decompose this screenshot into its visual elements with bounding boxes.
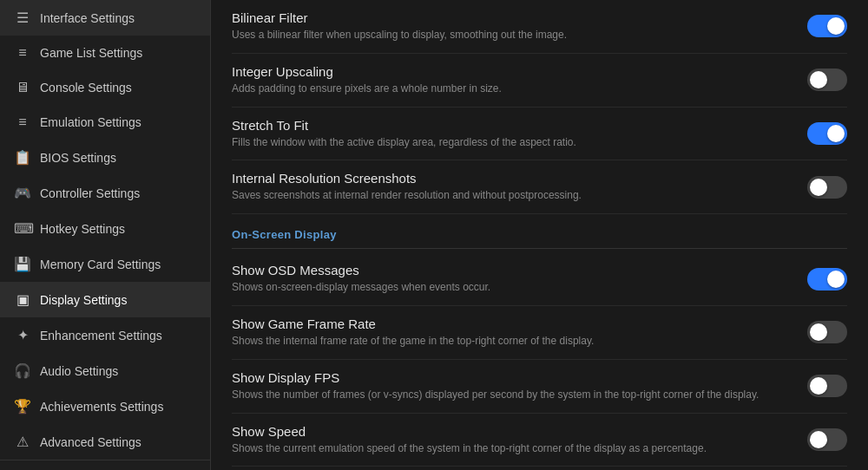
interface-settings-icon: ☰ xyxy=(14,10,31,26)
console-settings-icon: 🖥 xyxy=(14,80,31,95)
sidebar-label-memory-card-settings: Memory Card Settings xyxy=(40,258,161,271)
setting-title-show-game-frame-rate: Show Game Frame Rate xyxy=(232,317,790,331)
setting-row-internal-resolution-screenshots: Internal Resolution Screenshots Saves sc… xyxy=(232,160,847,214)
achievements-settings-icon: 🏆 xyxy=(14,398,31,415)
hotkey-settings-icon: ⌨ xyxy=(14,220,31,237)
setting-text-stretch-to-fit: Stretch To Fit Fills the window with the… xyxy=(232,118,790,150)
setting-title-stretch-to-fit: Stretch To Fit xyxy=(232,118,790,133)
sidebar-label-achievements-settings: Achievements Settings xyxy=(40,400,163,414)
sidebar-item-bios-settings[interactable]: 📋 BIOS Settings xyxy=(0,140,210,175)
sidebar: ☰ Interface Settings ≡ Game List Setting… xyxy=(0,0,211,470)
sidebar-label-enhancement-settings: Enhancement Settings xyxy=(40,329,162,343)
emulation-settings-icon: ≡ xyxy=(14,114,31,130)
setting-text-show-display-fps: Show Display FPS Shows the number of fra… xyxy=(232,370,790,402)
enhancement-settings-icon: ✦ xyxy=(14,327,31,343)
setting-title-internal-resolution-screenshots: Internal Resolution Screenshots xyxy=(232,171,790,186)
toggle-stretch-to-fit[interactable] xyxy=(807,122,847,145)
setting-desc-show-game-frame-rate: Shows the internal frame rate of the gam… xyxy=(232,334,790,349)
controller-settings-icon: 🎮 xyxy=(14,185,31,201)
toggle-show-speed[interactable] xyxy=(807,428,847,451)
display-settings-icon: ▣ xyxy=(14,291,31,308)
setting-row-integer-upscaling: Integer Upscaling Adds padding to ensure… xyxy=(232,54,847,108)
sidebar-item-achievements-settings[interactable]: 🏆 Achievements Settings xyxy=(0,388,210,424)
sidebar-item-emulation-settings[interactable]: ≡ Emulation Settings xyxy=(0,105,210,140)
setting-text-show-speed: Show Speed Shows the current emulation s… xyxy=(232,424,790,456)
setting-row-show-osd-messages: Show OSD Messages Shows on-screen-displa… xyxy=(232,252,847,306)
sidebar-label-interface-settings: Interface Settings xyxy=(40,11,135,25)
setting-desc-internal-resolution-screenshots: Saves screenshots at internal render res… xyxy=(232,188,790,203)
toggle-show-osd-messages[interactable] xyxy=(807,268,847,290)
setting-row-show-resolution: Show Resolution Shows the current render… xyxy=(232,467,847,470)
sidebar-item-memory-card-settings[interactable]: 💾 Memory Card Settings xyxy=(0,246,210,282)
setting-text-internal-resolution-screenshots: Internal Resolution Screenshots Saves sc… xyxy=(232,171,790,203)
setting-title-show-osd-messages: Show OSD Messages xyxy=(232,263,790,277)
sidebar-label-game-list-settings: Game List Settings xyxy=(40,46,142,60)
setting-text-show-osd-messages: Show OSD Messages Shows on-screen-displa… xyxy=(232,263,790,295)
sidebar-label-display-settings: Display Settings xyxy=(40,293,127,307)
audio-settings-icon: 🎧 xyxy=(14,362,31,379)
sidebar-label-controller-settings: Controller Settings xyxy=(40,186,140,200)
setting-row-show-game-frame-rate: Show Game Frame Rate Shows the internal … xyxy=(232,306,847,360)
osd-divider xyxy=(232,248,847,249)
setting-text-show-game-frame-rate: Show Game Frame Rate Shows the internal … xyxy=(232,317,790,349)
sidebar-item-console-settings[interactable]: 🖥 Console Settings xyxy=(0,70,210,105)
setting-text-bilinear-filter: Bilinear Filter Uses a bilinear filter w… xyxy=(232,10,790,42)
setting-title-show-speed: Show Speed xyxy=(232,424,790,439)
setting-desc-stretch-to-fit: Fills the window with the active display… xyxy=(232,135,790,150)
toggle-internal-resolution-screenshots[interactable] xyxy=(807,176,847,199)
setting-row-show-speed: Show Speed Shows the current emulation s… xyxy=(232,414,847,467)
setting-title-show-display-fps: Show Display FPS xyxy=(232,370,790,385)
toggle-bilinear-filter[interactable] xyxy=(807,15,847,37)
sidebar-label-bios-settings: BIOS Settings xyxy=(40,151,116,165)
setting-desc-show-display-fps: Shows the number of frames (or v-syncs) … xyxy=(232,388,790,402)
sidebar-label-console-settings: Console Settings xyxy=(40,81,132,95)
sidebar-item-interface-settings[interactable]: ☰ Interface Settings xyxy=(0,0,210,36)
sidebar-label-emulation-settings: Emulation Settings xyxy=(40,115,141,129)
toggle-show-display-fps[interactable] xyxy=(807,375,847,397)
toggle-integer-upscaling[interactable] xyxy=(807,69,847,91)
setting-title-bilinear-filter: Bilinear Filter xyxy=(232,10,790,25)
setting-desc-integer-upscaling: Adds padding to ensure pixels are a whol… xyxy=(232,82,790,96)
setting-desc-bilinear-filter: Uses a bilinear filter when upscaling to… xyxy=(232,28,790,42)
sidebar-item-hotkey-settings[interactable]: ⌨ Hotkey Settings xyxy=(0,211,210,246)
setting-desc-show-speed: Shows the current emulation speed of the… xyxy=(232,441,790,456)
setting-row-show-display-fps: Show Display FPS Shows the number of fra… xyxy=(232,360,847,414)
setting-row-stretch-to-fit: Stretch To Fit Fills the window with the… xyxy=(232,108,847,161)
sidebar-item-game-list-settings[interactable]: ≡ Game List Settings xyxy=(0,36,210,70)
memory-card-settings-icon: 💾 xyxy=(14,256,31,272)
back-button[interactable]: ◀◀ xyxy=(0,460,210,470)
sidebar-item-controller-settings[interactable]: 🎮 Controller Settings xyxy=(0,175,210,211)
main-content: Bilinear Filter Uses a bilinear filter w… xyxy=(211,0,868,470)
sidebar-item-display-settings[interactable]: ▣ Display Settings xyxy=(0,282,210,317)
game-list-settings-icon: ≡ xyxy=(14,45,31,61)
sidebar-label-audio-settings: Audio Settings xyxy=(40,364,118,378)
osd-section-header: On-Screen Display xyxy=(232,214,847,248)
setting-text-integer-upscaling: Integer Upscaling Adds padding to ensure… xyxy=(232,64,790,96)
sidebar-item-advanced-settings[interactable]: ⚠ Advanced Settings xyxy=(0,424,210,460)
sidebar-label-advanced-settings: Advanced Settings xyxy=(40,435,141,449)
sidebar-item-audio-settings[interactable]: 🎧 Audio Settings xyxy=(0,353,210,388)
bios-settings-icon: 📋 xyxy=(14,149,31,166)
setting-desc-show-osd-messages: Shows on-screen-display messages when ev… xyxy=(232,280,790,295)
setting-row-bilinear-filter: Bilinear Filter Uses a bilinear filter w… xyxy=(232,0,847,54)
setting-title-integer-upscaling: Integer Upscaling xyxy=(232,64,790,79)
sidebar-label-hotkey-settings: Hotkey Settings xyxy=(40,222,125,236)
sidebar-item-enhancement-settings[interactable]: ✦ Enhancement Settings xyxy=(0,317,210,353)
advanced-settings-icon: ⚠ xyxy=(14,434,31,450)
toggle-show-game-frame-rate[interactable] xyxy=(807,321,847,343)
